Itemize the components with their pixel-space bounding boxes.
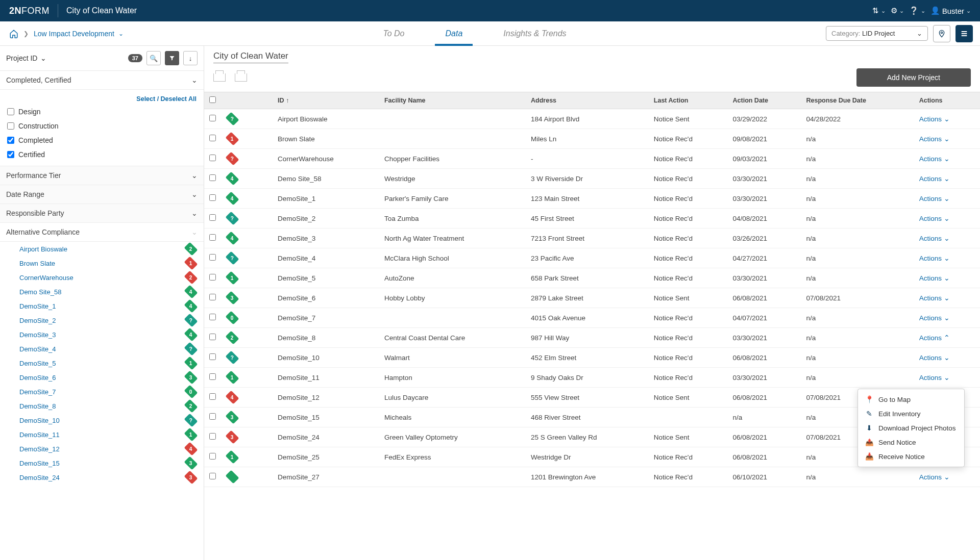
settings-menu[interactable]: ⚙⌄ — [891, 6, 904, 15]
project-link[interactable]: DemoSite_6 — [19, 374, 56, 381]
row-checkbox[interactable] — [209, 393, 216, 400]
outbox-icon[interactable] — [213, 73, 226, 82]
row-checkbox[interactable] — [209, 473, 216, 479]
search-button[interactable]: 🔍 — [146, 51, 161, 65]
inbox-icon[interactable] — [235, 73, 247, 82]
row-checkbox[interactable] — [209, 274, 216, 281]
project-link[interactable]: DemoSite_10 — [19, 417, 60, 424]
sidebar-project-item[interactable]: Airport Bioswale2 — [14, 242, 204, 256]
alternative-compliance-section[interactable]: Alternative Compliance⌄ — [0, 223, 204, 242]
sidebar-project-item[interactable]: DemoSite_10? — [14, 413, 204, 427]
sidebar-project-item[interactable]: DemoSite_34 — [14, 327, 204, 342]
project-link[interactable]: Demo Site_58 — [19, 288, 61, 296]
row-actions-dropdown[interactable]: Actions ⌄ — [919, 214, 950, 222]
sidebar-project-item[interactable]: DemoSite_51 — [14, 356, 204, 370]
row-checkbox[interactable] — [209, 314, 216, 320]
col-id[interactable]: ID ↑ — [273, 92, 379, 109]
sidebar-project-item[interactable]: DemoSite_70 — [14, 385, 204, 399]
row-checkbox[interactable] — [209, 373, 216, 380]
breadcrumb-current[interactable]: Low Impact Development⌄ — [34, 30, 124, 38]
row-checkbox[interactable] — [209, 214, 216, 221]
performance-tier-section[interactable]: Performance Tier⌄ — [0, 166, 204, 185]
row-checkbox[interactable] — [209, 115, 216, 121]
project-link[interactable]: DemoSite_8 — [19, 402, 56, 410]
project-link[interactable]: DemoSite_11 — [19, 431, 60, 439]
project-link[interactable]: DemoSite_7 — [19, 388, 56, 396]
action-edit-inventory[interactable]: ✎Edit Inventory — [858, 406, 964, 421]
select-all-checkbox[interactable] — [209, 96, 216, 103]
select-deselect-all-link[interactable]: Select / Deselect All — [136, 95, 197, 103]
project-link[interactable]: DemoSite_12 — [19, 445, 60, 453]
sidebar-project-item[interactable]: DemoSite_82 — [14, 399, 204, 413]
date-range-section[interactable]: Date Range⌄ — [0, 185, 204, 204]
row-actions-dropdown[interactable]: Actions ⌄ — [919, 194, 950, 202]
col-response-due[interactable]: Response Due Date — [801, 92, 914, 109]
row-checkbox[interactable] — [209, 174, 216, 181]
row-checkbox[interactable] — [209, 135, 216, 141]
action-download-photos[interactable]: ⬇Download Project Photos — [858, 421, 964, 435]
sidebar-project-item[interactable]: DemoSite_111 — [14, 427, 204, 442]
home-icon[interactable] — [9, 29, 18, 38]
row-checkbox[interactable] — [209, 254, 216, 261]
add-new-project-button[interactable]: Add New Project — [856, 68, 971, 87]
row-actions-dropdown[interactable]: Actions ⌃ — [919, 334, 950, 342]
project-link[interactable]: DemoSite_15 — [19, 460, 60, 467]
row-actions-dropdown[interactable]: Actions ⌄ — [919, 473, 950, 481]
status-checkbox-construction[interactable] — [7, 122, 14, 130]
action-go-to-map[interactable]: 📍Go to Map — [858, 392, 964, 406]
row-actions-dropdown[interactable]: Actions ⌄ — [919, 274, 950, 282]
project-id-dropdown[interactable]: Project ID ⌄ — [6, 54, 124, 62]
row-actions-dropdown[interactable]: Actions ⌄ — [919, 294, 950, 302]
row-checkbox[interactable] — [209, 453, 216, 460]
sidebar-project-item[interactable]: CornerWarehouse2 — [14, 270, 204, 285]
tab-insights[interactable]: Insights & Trends — [503, 21, 566, 45]
row-checkbox[interactable] — [209, 413, 216, 420]
sidebar-project-item[interactable]: DemoSite_153 — [14, 456, 204, 470]
tab-todo[interactable]: To Do — [383, 21, 404, 45]
row-checkbox[interactable] — [209, 353, 216, 360]
action-send-notice[interactable]: 📤Send Notice — [858, 435, 964, 449]
row-actions-dropdown[interactable]: Actions ⌄ — [919, 254, 950, 262]
project-link[interactable]: DemoSite_5 — [19, 360, 56, 367]
sidebar-project-item[interactable]: DemoSite_124 — [14, 442, 204, 456]
help-menu[interactable]: ❔⌄ — [909, 6, 925, 15]
col-address[interactable]: Address — [526, 92, 649, 109]
tab-data[interactable]: Data — [445, 21, 462, 45]
project-link[interactable]: CornerWarehouse — [19, 274, 74, 282]
sidebar-project-item[interactable]: Brown Slate1 — [14, 256, 204, 270]
col-facility[interactable]: Facility Name — [379, 92, 526, 109]
row-actions-dropdown[interactable]: Actions ⌄ — [919, 353, 950, 362]
status-checkbox-design[interactable] — [7, 108, 14, 115]
category-dropdown[interactable]: Category: LID Project ⌄ — [826, 26, 928, 41]
row-checkbox[interactable] — [209, 234, 216, 241]
project-link[interactable]: Airport Bioswale — [19, 245, 67, 253]
action-receive-notice[interactable]: 📥Receive Notice — [858, 449, 964, 464]
status-section-header[interactable]: Completed, Certified ⌄ — [0, 71, 204, 90]
responsible-party-section[interactable]: Responsible Party⌄ — [0, 204, 204, 223]
project-link[interactable]: DemoSite_4 — [19, 345, 56, 353]
sidebar-project-item[interactable]: DemoSite_4? — [14, 342, 204, 356]
row-checkbox[interactable] — [209, 294, 216, 300]
status-checkbox-certified[interactable] — [7, 151, 14, 158]
project-link[interactable]: DemoSite_1 — [19, 302, 56, 310]
sidebar-project-item[interactable]: Demo Site_584 — [14, 285, 204, 299]
col-last-action[interactable]: Last Action — [649, 92, 728, 109]
project-link[interactable]: DemoSite_3 — [19, 331, 56, 339]
row-actions-dropdown[interactable]: Actions ⌄ — [919, 314, 950, 322]
row-actions-dropdown[interactable]: Actions ⌄ — [919, 155, 950, 163]
row-actions-dropdown[interactable]: Actions ⌄ — [919, 135, 950, 143]
project-link[interactable]: Brown Slate — [19, 260, 55, 267]
col-action-date[interactable]: Action Date — [728, 92, 801, 109]
row-actions-dropdown[interactable]: Actions ⌄ — [919, 174, 950, 183]
download-button[interactable]: ↓ — [183, 51, 198, 65]
filter-button[interactable] — [165, 51, 179, 65]
row-checkbox[interactable] — [209, 155, 216, 161]
row-actions-dropdown[interactable]: Actions ⌄ — [919, 373, 950, 381]
project-link[interactable]: DemoSite_2 — [19, 317, 56, 324]
sidebar-project-item[interactable]: DemoSite_2? — [14, 313, 204, 327]
project-link[interactable]: DemoSite_24 — [19, 474, 60, 481]
status-checkbox-completed[interactable] — [7, 137, 14, 144]
row-actions-dropdown[interactable]: Actions ⌄ — [919, 115, 950, 123]
map-view-button[interactable] — [933, 25, 950, 42]
user-menu[interactable]: 👤 Buster ⌄ — [930, 6, 971, 15]
